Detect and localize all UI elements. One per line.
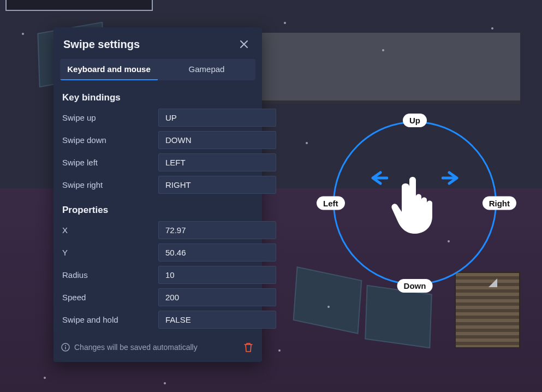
label-swipe-and-hold: Swipe and hold xyxy=(60,315,158,324)
swipe-overlay[interactable]: Up Down Left Right xyxy=(333,121,497,285)
input-swipe-left[interactable] xyxy=(158,153,276,171)
label-swipe-down: Swipe down xyxy=(60,135,158,145)
input-x[interactable] xyxy=(158,221,276,239)
close-button[interactable] xyxy=(237,37,251,51)
direction-label-right[interactable]: Right xyxy=(483,197,516,210)
close-icon xyxy=(239,39,249,49)
label-swipe-right: Swipe right xyxy=(60,180,158,189)
svg-rect-2 xyxy=(65,347,66,349)
row-y: Y xyxy=(60,241,255,264)
row-radius: Radius xyxy=(60,264,255,286)
tab-bar: Keyboard and mouse Gamepad xyxy=(60,59,255,80)
scene-platform xyxy=(262,33,520,104)
label-speed: Speed xyxy=(60,293,158,302)
scene-crate xyxy=(365,285,432,348)
swipe-settings-panel: Swipe settings Keyboard and mouse Gamepa… xyxy=(53,27,262,362)
panel-title: Swipe settings xyxy=(63,38,140,51)
label-y: Y xyxy=(60,248,158,257)
row-swipe-down: Swipe down xyxy=(60,129,255,151)
label-x: X xyxy=(60,225,158,235)
info-icon xyxy=(61,343,70,352)
input-y[interactable] xyxy=(158,243,276,262)
delete-button[interactable] xyxy=(242,341,254,353)
tab-gamepad[interactable]: Gamepad xyxy=(158,59,255,80)
autosave-text: Changes will be saved automatically xyxy=(74,343,198,352)
tab-keyboard-mouse[interactable]: Keyboard and mouse xyxy=(60,59,158,80)
arrow-right-icon xyxy=(442,170,461,186)
row-swipe-right: Swipe right xyxy=(60,174,255,196)
label-radius: Radius xyxy=(60,270,158,280)
direction-label-down[interactable]: Down xyxy=(397,279,433,293)
key-bindings-section: Key bindings Swipe up Swipe down Swipe l… xyxy=(53,86,262,198)
input-swipe-right[interactable] xyxy=(158,176,276,194)
input-swipe-up[interactable] xyxy=(158,109,276,127)
swipe-hand-icon[interactable] xyxy=(368,165,461,241)
properties-title: Properties xyxy=(60,199,255,219)
properties-section: Properties X Y Radius Speed Swipe and ho… xyxy=(53,198,262,333)
resize-handle-icon[interactable] xyxy=(489,278,497,287)
row-swipe-up: Swipe up xyxy=(60,106,255,129)
label-swipe-up: Swipe up xyxy=(60,113,158,122)
direction-label-left[interactable]: Left xyxy=(317,197,345,210)
input-speed[interactable] xyxy=(158,288,276,306)
key-bindings-title: Key bindings xyxy=(60,87,255,106)
toolbar-fragment xyxy=(5,0,153,11)
input-swipe-and-hold[interactable] xyxy=(158,311,276,329)
row-swipe-left: Swipe left xyxy=(60,151,255,174)
hand-pointer-icon xyxy=(388,170,442,236)
panel-header: Swipe settings xyxy=(53,27,262,59)
input-radius[interactable] xyxy=(158,266,276,284)
input-swipe-down[interactable] xyxy=(158,131,276,149)
arrow-left-icon xyxy=(368,170,388,186)
row-speed: Speed xyxy=(60,286,255,308)
panel-footer: Changes will be saved automatically xyxy=(53,333,262,362)
row-swipe-and-hold: Swipe and hold xyxy=(60,308,255,331)
trash-icon xyxy=(243,342,253,353)
label-swipe-left: Swipe left xyxy=(60,158,158,167)
svg-point-1 xyxy=(65,345,66,346)
direction-label-up[interactable]: Up xyxy=(403,114,427,127)
row-x: X xyxy=(60,219,255,241)
